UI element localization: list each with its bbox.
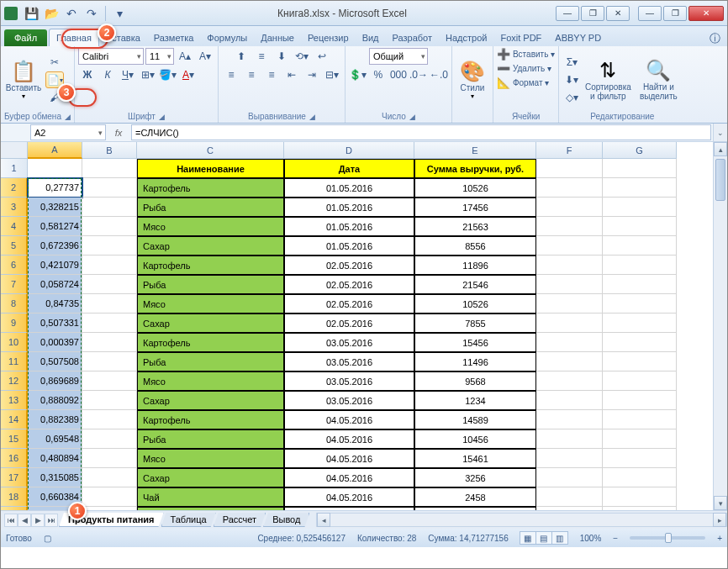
cell[interactable]: 17456 <box>414 198 536 217</box>
font-color-button[interactable]: A▾ <box>179 66 198 83</box>
qat-customize[interactable]: ▾ <box>110 4 129 23</box>
row-header-1[interactable]: 1 <box>1 159 28 178</box>
cell[interactable] <box>603 294 677 313</box>
cell[interactable] <box>603 507 677 510</box>
cell[interactable]: 03.05.2016 <box>284 333 414 352</box>
file-tab[interactable]: Файл <box>4 29 47 46</box>
row-header-18[interactable]: 18 <box>1 487 28 507</box>
cell[interactable]: 10256 <box>414 507 536 510</box>
cell[interactable] <box>536 159 603 178</box>
row-header-11[interactable]: 11 <box>1 352 28 371</box>
view-pagebreak-button[interactable]: ▥ <box>551 531 568 545</box>
decrease-font-button[interactable]: A▾ <box>196 48 214 65</box>
cell[interactable] <box>603 429 677 449</box>
align-middle-button[interactable]: ≡ <box>252 48 271 65</box>
cell[interactable] <box>536 507 603 510</box>
cell[interactable]: 0,672396 <box>28 236 82 256</box>
select-all-button[interactable] <box>1 142 28 159</box>
cell[interactable] <box>536 371 603 391</box>
doc-close-button[interactable]: ✕ <box>606 6 630 21</box>
row-header-2[interactable]: 2 <box>1 178 28 198</box>
row-header-15[interactable]: 15 <box>1 429 28 449</box>
tab-formulas[interactable]: Формулы <box>200 29 254 46</box>
tab-layout[interactable]: Разметка <box>147 29 201 46</box>
cell[interactable]: 21563 <box>414 217 536 236</box>
sheet-nav-last[interactable]: ⏭ <box>45 514 58 527</box>
decrease-decimal-button[interactable]: ←.0 <box>430 66 448 83</box>
cell[interactable] <box>536 333 603 352</box>
merge-button[interactable]: ⊟▾ <box>323 66 341 83</box>
doc-minimize-button[interactable]: — <box>556 6 579 21</box>
cell[interactable]: 14589 <box>414 410 536 429</box>
cell[interactable] <box>536 410 603 429</box>
increase-indent-button[interactable]: ⇥ <box>303 66 321 83</box>
cell[interactable] <box>82 294 137 313</box>
tab-data[interactable]: Данные <box>254 29 301 46</box>
cell[interactable]: 2458 <box>414 487 536 507</box>
cell[interactable]: 0,869689 <box>28 371 82 391</box>
cell[interactable] <box>536 294 603 313</box>
view-normal-button[interactable]: ▦ <box>520 531 536 545</box>
currency-button[interactable]: 💲▾ <box>349 66 367 83</box>
cell[interactable] <box>82 352 137 371</box>
cell[interactable]: Рыба <box>137 275 284 294</box>
cell[interactable] <box>82 487 137 507</box>
zoom-thumb[interactable] <box>665 533 672 543</box>
cell[interactable]: 11896 <box>414 256 536 275</box>
cell[interactable]: 0,27737 <box>28 178 82 198</box>
cell[interactable] <box>536 429 603 449</box>
row-header-5[interactable]: 5 <box>1 236 28 256</box>
vertical-scrollbar[interactable]: ▴ ▾ <box>713 142 727 510</box>
tab-developer[interactable]: Разработ <box>386 29 439 46</box>
sheet-nav-first[interactable]: ⏮ <box>4 514 18 527</box>
align-center-button[interactable]: ≡ <box>242 66 261 83</box>
zoom-in-button[interactable]: + <box>717 534 722 543</box>
row-header-7[interactable]: 7 <box>1 275 28 294</box>
clipboard-launcher[interactable]: ◢ <box>65 113 71 121</box>
number-launcher[interactable]: ◢ <box>409 113 415 121</box>
align-launcher[interactable]: ◢ <box>309 113 315 121</box>
cell[interactable] <box>603 352 677 371</box>
row-header-14[interactable]: 14 <box>1 410 28 429</box>
tab-view[interactable]: Вид <box>356 29 386 46</box>
cell[interactable] <box>28 159 82 178</box>
cell[interactable] <box>82 217 137 236</box>
cell[interactable] <box>603 487 677 507</box>
cell[interactable] <box>603 410 677 429</box>
border-button[interactable]: ⊞▾ <box>139 66 157 83</box>
cell[interactable]: 9568 <box>414 371 536 391</box>
cell[interactable]: Рыба <box>137 352 284 371</box>
orientation-button[interactable]: ⟲▾ <box>293 48 311 65</box>
cell[interactable] <box>536 391 603 410</box>
cell[interactable] <box>603 391 677 410</box>
cell[interactable]: 10526 <box>414 294 536 313</box>
cell[interactable]: 10526 <box>414 178 536 198</box>
align-right-button[interactable]: ≡ <box>262 66 281 83</box>
cell[interactable] <box>536 487 603 507</box>
formula-input[interactable]: =СЛЧИС() <box>131 124 711 140</box>
cell[interactable]: 0,480894 <box>28 449 82 468</box>
cell-header-c[interactable]: Наименование <box>137 159 284 178</box>
cell[interactable] <box>536 313 603 333</box>
row-header-17[interactable]: 17 <box>1 468 28 487</box>
cell[interactable]: 0,000397 <box>28 333 82 352</box>
cell[interactable]: 01.05.2016 <box>284 198 414 217</box>
cell[interactable]: 10456 <box>414 429 536 449</box>
cell[interactable] <box>82 507 137 510</box>
view-layout-button[interactable]: ▤ <box>535 531 552 545</box>
find-select-button[interactable]: 🔍 Найти и выделить <box>635 52 682 108</box>
cell[interactable] <box>82 410 137 429</box>
tab-abbyy[interactable]: ABBYY PD <box>548 29 608 46</box>
cell[interactable] <box>82 198 137 217</box>
number-format-combo[interactable]: Общий <box>369 48 428 65</box>
hscroll-left-button[interactable]: ◂ <box>317 513 330 527</box>
tab-foxit[interactable]: Foxit PDF <box>493 29 548 46</box>
cell[interactable] <box>82 333 137 352</box>
cell[interactable]: 21546 <box>414 275 536 294</box>
qat-save[interactable]: 💾 <box>22 4 40 23</box>
cell[interactable] <box>536 449 603 468</box>
sheet-tab-1[interactable]: Таблица <box>161 513 216 527</box>
row-header-4[interactable]: 4 <box>1 217 28 236</box>
ribbon-help-icon[interactable]: ⓘ <box>710 31 720 46</box>
cell[interactable]: Картофель <box>137 256 284 275</box>
